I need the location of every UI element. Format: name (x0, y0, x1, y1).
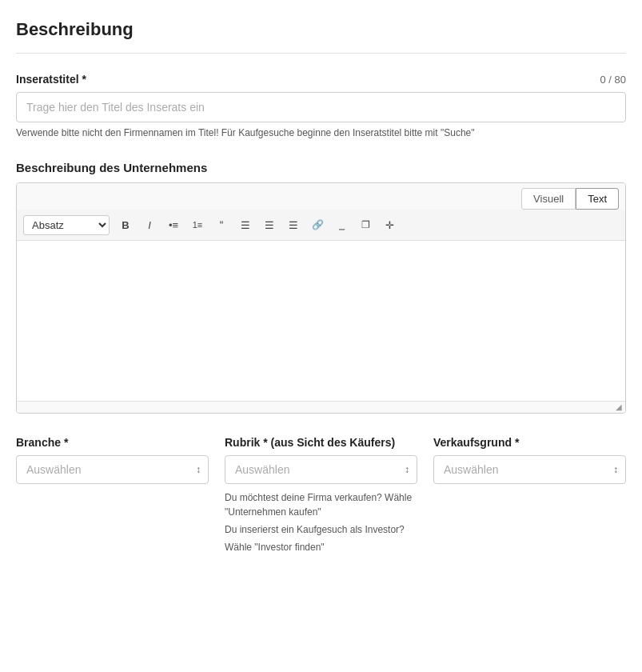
tab-text[interactable]: Text (576, 188, 619, 210)
rubrik-hint: Du möchtest deine Firma verkaufen? Wähle… (225, 490, 417, 554)
toolbar-hr-button[interactable]: ⎯ (330, 214, 353, 235)
toolbar-table-button[interactable]: ✛ (378, 214, 401, 235)
rubrik-label: Rubrik * (aus Sicht des Käufers) (225, 436, 417, 449)
inseratstitel-input[interactable] (16, 92, 626, 122)
editor-container: Visuell Text Absatz Überschrift 1 Übersc… (16, 182, 626, 414)
fullscreen-icon: ❐ (361, 219, 370, 230)
align-center-icon: ☰ (265, 219, 274, 231)
branche-label: Branche * (16, 436, 209, 449)
page-title: Beschreibung (16, 19, 626, 54)
toolbar-align-center-button[interactable]: ☰ (258, 214, 281, 235)
toolbar-align-right-button[interactable]: ☰ (282, 214, 305, 235)
branche-field: Branche * Auswählen ↕ (16, 436, 209, 554)
resize-icon: ◢ (616, 403, 622, 411)
toolbar-bold-button[interactable]: B (114, 214, 137, 235)
bottom-fields: Branche * Auswählen ↕ Rubrik * (aus Sich… (16, 436, 626, 554)
verkaufsgrund-label: Verkaufsgrund * (433, 436, 626, 449)
inseratstitel-label: Inseratstitel * (16, 73, 86, 86)
branche-select[interactable]: Auswählen (16, 455, 209, 484)
rubrik-hint-2: Du inserierst ein Kaufgesuch als Investo… (225, 522, 417, 537)
inseratstitel-header: Inseratstitel * 0 / 80 (16, 73, 626, 86)
beschreibung-heading: Beschreibung des Unternehmens (16, 161, 626, 174)
blockquote-icon: “ (220, 218, 224, 231)
toolbar-fullscreen-button[interactable]: ❐ (354, 214, 377, 235)
rubrik-select-wrapper: Auswählen ↕ (225, 455, 417, 484)
rubrik-select[interactable]: Auswählen (225, 455, 417, 484)
unordered-list-icon: •≡ (169, 219, 178, 231)
beschreibung-section: Beschreibung des Unternehmens Visuell Te… (16, 161, 626, 414)
toolbar-ol-button[interactable]: 1≡ (186, 214, 209, 235)
toolbar-align-left-button[interactable]: ☰ (234, 214, 257, 235)
table-icon: ✛ (385, 219, 394, 231)
inseratstitel-char-count: 0 / 80 (600, 74, 626, 86)
link-icon: 🔗 (312, 219, 324, 230)
branche-select-wrapper: Auswählen ↕ (16, 455, 209, 484)
inseratstitel-section: Inseratstitel * 0 / 80 Verwende bitte ni… (16, 73, 626, 138)
verkaufsgrund-select-wrapper: Auswählen ↕ (433, 455, 626, 484)
verkaufsgrund-select[interactable]: Auswählen (433, 455, 626, 484)
align-left-icon: ☰ (241, 219, 250, 231)
verkaufsgrund-field: Verkaufsgrund * Auswählen ↕ (433, 436, 626, 554)
rubrik-hint-1: Du möchtest deine Firma verkaufen? Wähle… (225, 490, 417, 519)
page-wrapper: Beschreibung Inseratstitel * 0 / 80 Verw… (0, 0, 642, 574)
rubrik-field: Rubrik * (aus Sicht des Käufers) Auswähl… (225, 436, 417, 554)
ordered-list-icon: 1≡ (193, 220, 203, 230)
inseratstitel-hint: Verwende bitte nicht den Firmennamen im … (16, 127, 626, 138)
toolbar-link-button[interactable]: 🔗 (306, 214, 329, 235)
paragraph-select[interactable]: Absatz Überschrift 1 Überschrift 2 Übers… (23, 215, 110, 235)
rubrik-hint-3: Wähle "Investor finden" (225, 540, 417, 554)
editor-toolbar: Absatz Überschrift 1 Überschrift 2 Übers… (17, 210, 625, 241)
bold-icon: B (122, 219, 129, 231)
align-right-icon: ☰ (289, 219, 298, 231)
italic-icon: I (148, 219, 151, 231)
tab-visuell[interactable]: Visuell (521, 188, 576, 210)
horizontal-rule-icon: ⎯ (339, 219, 345, 230)
editor-resize-handle: ◢ (17, 401, 625, 413)
toolbar-quote-button[interactable]: “ (210, 214, 233, 235)
editor-tabs: Visuell Text (17, 183, 625, 210)
editor-body[interactable] (17, 241, 625, 401)
toolbar-ul-button[interactable]: •≡ (162, 214, 185, 235)
toolbar-italic-button[interactable]: I (138, 214, 161, 235)
